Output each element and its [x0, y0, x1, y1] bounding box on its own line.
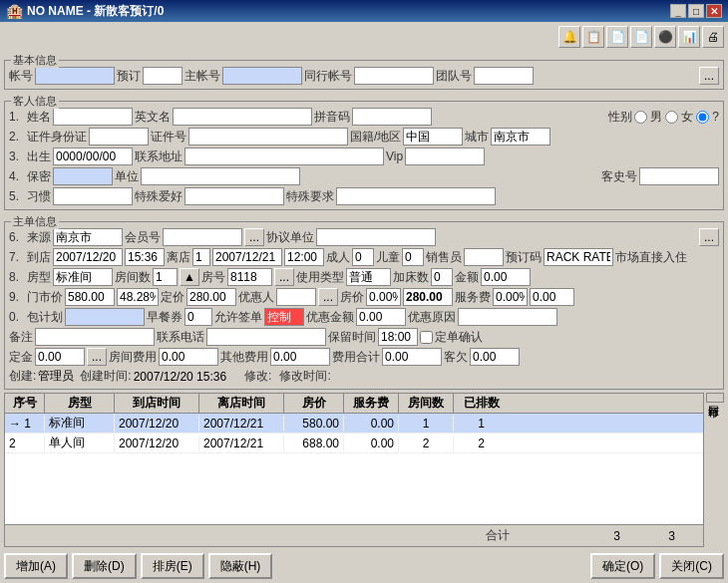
- arrive-date-input[interactable]: [53, 248, 123, 266]
- totals-row: 合计 3 3: [5, 524, 703, 546]
- gender-female[interactable]: [665, 111, 678, 124]
- habit-input[interactable]: [53, 187, 133, 205]
- contact-input[interactable]: [206, 328, 326, 346]
- room-price-pct-input[interactable]: [366, 288, 401, 306]
- arrive-time-input[interactable]: [125, 248, 165, 266]
- city-label: 城市: [465, 129, 489, 146]
- amount-input[interactable]: [481, 268, 531, 286]
- add-button[interactable]: 增加(A): [4, 553, 68, 579]
- rack-pct-input[interactable]: [117, 288, 159, 306]
- minimize-button[interactable]: _: [670, 4, 686, 18]
- depart-time-input[interactable]: [284, 248, 324, 266]
- service-pct-input[interactable]: [493, 288, 528, 306]
- room-type-input[interactable]: [53, 268, 113, 286]
- peer-account-input[interactable]: [354, 67, 434, 85]
- name-input[interactable]: [53, 108, 133, 126]
- package-input[interactable]: [65, 308, 145, 326]
- room-no-more[interactable]: ...: [274, 268, 294, 286]
- depart-date-input[interactable]: [212, 248, 282, 266]
- protocol-more-button[interactable]: ...: [699, 228, 719, 246]
- close-button[interactable]: 关闭(C): [659, 553, 724, 579]
- discount-amount-input[interactable]: [356, 308, 406, 326]
- maximize-button[interactable]: □: [688, 4, 704, 18]
- list-input[interactable]: [186, 288, 236, 306]
- room-count-input[interactable]: [153, 268, 178, 286]
- use-type-input[interactable]: [346, 268, 391, 286]
- room-no-input[interactable]: [227, 268, 272, 286]
- discount-reason-input[interactable]: [458, 308, 557, 326]
- member-input[interactable]: [163, 228, 242, 246]
- account-input[interactable]: [35, 67, 115, 85]
- main-account-input[interactable]: [222, 67, 302, 85]
- extra-bed-input[interactable]: [431, 268, 453, 286]
- city-input[interactable]: [491, 128, 550, 146]
- close-button[interactable]: ✕: [706, 4, 722, 18]
- basic-info-section: 基本信息 帐号 预订 主帐号 同行帐号 团队号 ...: [4, 60, 724, 90]
- service-input[interactable]: [530, 288, 574, 306]
- toolbar-btn-7[interactable]: 🖨: [702, 26, 724, 48]
- rack-value-input[interactable]: [65, 288, 115, 306]
- gender-radio-group: 男 女 ?: [634, 109, 719, 126]
- nights-input[interactable]: [192, 248, 210, 266]
- id-num-input[interactable]: [188, 128, 348, 146]
- discount-more[interactable]: ...: [318, 288, 338, 306]
- delete-button[interactable]: 删除(D): [72, 553, 137, 579]
- total-fee-input[interactable]: [382, 348, 442, 366]
- pinyin-input[interactable]: [352, 108, 432, 126]
- table-row[interactable]: 2 单人间 2007/12/20 2007/12/21 688.00 0.00 …: [5, 434, 703, 453]
- address-input[interactable]: [184, 147, 384, 165]
- toolbar-btn-6[interactable]: 📊: [678, 26, 700, 48]
- arrange-button[interactable]: 排房(E): [141, 553, 204, 579]
- hold-time-input[interactable]: [378, 328, 418, 346]
- gender-label: 性别: [608, 109, 632, 126]
- allow-sign-input[interactable]: [264, 308, 304, 326]
- source-input[interactable]: [53, 228, 123, 246]
- country-input[interactable]: [403, 128, 463, 146]
- unit-label: 单位: [115, 168, 139, 185]
- confirm-button[interactable]: 确定(O): [590, 553, 655, 579]
- deposit-input[interactable]: [35, 348, 85, 366]
- toolbar-btn-4[interactable]: 📄: [630, 26, 652, 48]
- en-name-input[interactable]: [173, 108, 312, 126]
- vip-input[interactable]: [405, 147, 485, 165]
- special-req-input[interactable]: [336, 187, 496, 205]
- toolbar-btn-3[interactable]: 📄: [606, 26, 628, 48]
- side-tab-peer[interactable]: 同行订单: [706, 393, 724, 403]
- adult-input[interactable]: [352, 248, 374, 266]
- group-input[interactable]: [474, 67, 534, 85]
- th-room-type: 房型: [45, 394, 115, 413]
- breakfast-input[interactable]: [184, 308, 212, 326]
- member-more-button[interactable]: ...: [244, 228, 264, 246]
- remarks-label: 备注: [9, 329, 33, 346]
- protocol-input[interactable]: [316, 228, 436, 246]
- confirm-checkbox[interactable]: [420, 331, 433, 344]
- booking-input[interactable]: [143, 67, 182, 85]
- use-type-label: 使用类型: [296, 269, 344, 286]
- basic-info-more-button[interactable]: ...: [699, 67, 719, 85]
- hide-button[interactable]: 隐蔽(H): [208, 553, 273, 579]
- toolbar-btn-5[interactable]: ⚫: [654, 26, 676, 48]
- cust-input[interactable]: [639, 167, 719, 185]
- arrears-input[interactable]: [470, 348, 520, 366]
- gender-unknown[interactable]: [696, 111, 709, 124]
- remarks-input[interactable]: [35, 328, 155, 346]
- room-price-input[interactable]: [403, 288, 453, 306]
- table-row[interactable]: → 1 标准间 2007/12/20 2007/12/21 580.00 0.0…: [5, 414, 703, 434]
- toolbar-btn-1[interactable]: 🔔: [558, 26, 580, 48]
- pwd-input[interactable]: [53, 167, 113, 185]
- room-fee-input[interactable]: [159, 348, 218, 366]
- unit-input[interactable]: [141, 167, 300, 185]
- row0-num: 0.: [9, 310, 23, 324]
- room-count-spin[interactable]: ▲: [180, 268, 199, 286]
- deposit-more[interactable]: ...: [87, 348, 107, 366]
- child-input[interactable]: [402, 248, 424, 266]
- discount-input[interactable]: [276, 288, 316, 306]
- id-type-input[interactable]: [89, 128, 149, 146]
- other-fee-input[interactable]: [270, 348, 330, 366]
- birth-input[interactable]: [53, 147, 133, 165]
- gender-male[interactable]: [634, 111, 647, 124]
- booking-code-input[interactable]: [544, 248, 613, 266]
- toolbar-btn-2[interactable]: 📋: [582, 26, 604, 48]
- special-pref-input[interactable]: [184, 187, 284, 205]
- salesman-input[interactable]: [464, 248, 504, 266]
